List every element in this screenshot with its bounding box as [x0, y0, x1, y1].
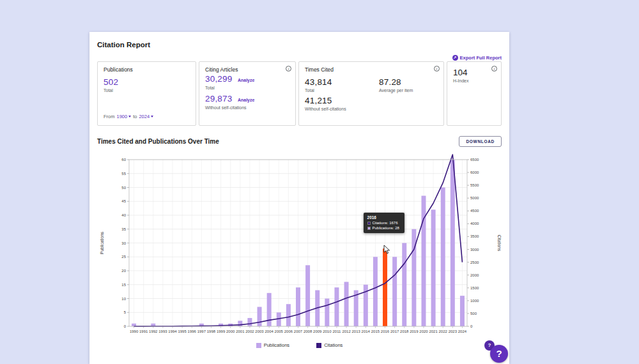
svg-text:4500: 4500 [470, 209, 479, 213]
svg-text:1992: 1992 [149, 330, 158, 333]
svg-text:2014: 2014 [362, 330, 371, 333]
times-cited-info-icon[interactable]: i [434, 66, 440, 72]
h-index-info-icon[interactable]: i [491, 66, 497, 72]
chart-title: Times Cited and Publications Over Time [97, 138, 219, 145]
svg-text:Citations: Citations [497, 235, 502, 252]
help-icon: ? [490, 345, 508, 363]
tooltip-citations-text: Citations: 1676 [373, 221, 398, 225]
chart-legend: Publications Citations [97, 342, 502, 348]
cursor-icon [383, 245, 391, 254]
to-year-value: 2024 [139, 114, 150, 119]
svg-text:6000: 6000 [470, 171, 479, 174]
svg-text:45: 45 [121, 199, 126, 203]
citing-articles-total-label: Total [205, 86, 289, 90]
svg-text:Publications: Publications [100, 231, 104, 254]
svg-text:2006: 2006 [284, 330, 293, 333]
svg-text:2002: 2002 [245, 330, 254, 333]
svg-text:1991: 1991 [139, 330, 148, 333]
svg-text:15: 15 [121, 283, 126, 287]
export-icon: ↗ [452, 55, 458, 61]
svg-text:2016: 2016 [381, 330, 390, 333]
chart[interactable]: 1990199119921993199419951996199719981999… [97, 152, 502, 340]
svg-text:3000: 3000 [470, 248, 479, 252]
h-index-value: 104 [453, 68, 495, 77]
citing-articles-without-value[interactable]: 29,873 [205, 94, 233, 103]
svg-text:2019: 2019 [410, 330, 419, 333]
svg-text:5000: 5000 [470, 196, 479, 200]
times-cited-without-label: Without self-citations [305, 107, 438, 111]
download-button[interactable]: DOWNLOAD [459, 136, 502, 147]
chevron-down-icon [128, 116, 131, 118]
citing-articles-total-value[interactable]: 30,299 [205, 74, 233, 84]
svg-text:1500: 1500 [470, 286, 479, 290]
h-index-label: H-Index [453, 79, 495, 83]
svg-text:2500: 2500 [470, 261, 479, 264]
citing-articles-label: Citing Articles [205, 66, 289, 73]
svg-text:2004: 2004 [265, 330, 273, 333]
citations-swatch [367, 222, 371, 225]
citing-articles-card: i Citing Articles 30,299 Analyze Total 2… [199, 61, 296, 126]
citing-articles-total-analyze-link[interactable]: Analyze [238, 78, 254, 82]
svg-text:20: 20 [121, 269, 126, 273]
tooltip-publications-text: Publications: 28 [373, 226, 399, 230]
svg-text:2000: 2000 [226, 330, 235, 333]
svg-text:1993: 1993 [158, 330, 167, 333]
times-cited-total-value: 43,814 [305, 77, 379, 87]
citing-articles-without-analyze-link[interactable]: Analyze [238, 98, 254, 102]
legend-label-citations: Citations [324, 342, 343, 348]
svg-text:2000: 2000 [470, 273, 479, 277]
svg-text:3500: 3500 [470, 234, 479, 238]
svg-text:0: 0 [124, 324, 127, 328]
chevron-down-icon [151, 116, 153, 118]
export-label: Export Full Report [460, 55, 502, 61]
svg-text:1998: 1998 [207, 330, 216, 333]
svg-text:2008: 2008 [304, 330, 312, 333]
chart-tooltip: 2016 Citations: 1676 Publications: 28 [364, 213, 404, 233]
legend-swatch-publications [256, 343, 261, 348]
citing-articles-info-icon[interactable]: i [286, 66, 291, 72]
svg-text:2013: 2013 [352, 330, 361, 333]
svg-text:2001: 2001 [236, 330, 245, 333]
page-title: Citation Report [97, 41, 502, 49]
chart-header: Times Cited and Publications Over Time D… [97, 136, 502, 147]
svg-text:10: 10 [121, 297, 126, 301]
times-cited-card: i Times Cited 43,814 Total 87.28 Average… [298, 61, 444, 126]
svg-text:55: 55 [121, 172, 126, 176]
svg-text:5500: 5500 [470, 183, 479, 187]
from-year-dropdown[interactable]: 1900 [117, 114, 132, 119]
svg-text:40: 40 [121, 213, 126, 217]
export-row: ↗ Export Full Report [97, 50, 502, 57]
svg-text:1997: 1997 [197, 330, 206, 333]
publications-date-range: From 1900 to 2024 [104, 114, 153, 119]
publications-total-value[interactable]: 502 [104, 77, 190, 87]
h-index-card: i 104 H-Index [447, 61, 502, 126]
legend-label-publications: Publications [264, 342, 289, 348]
to-label: to [133, 114, 137, 119]
to-year-dropdown[interactable]: 2024 [139, 114, 153, 119]
svg-text:0: 0 [470, 324, 473, 328]
export-full-report-button[interactable]: ↗ Export Full Report [452, 55, 502, 61]
citation-report-card: Citation Report ↗ Export Full Report Pub… [89, 32, 509, 364]
svg-text:1996: 1996 [188, 330, 197, 333]
from-label: From [104, 114, 115, 119]
average-per-item-value: 87.28 [379, 77, 438, 87]
tooltip-year: 2016 [367, 215, 401, 220]
legend-swatch-citations [316, 343, 321, 348]
svg-text:2007: 2007 [294, 330, 303, 333]
svg-text:1000: 1000 [470, 299, 479, 303]
svg-text:30: 30 [121, 241, 126, 245]
times-cited-without-value: 41,215 [305, 96, 438, 105]
svg-text:2015: 2015 [371, 330, 380, 333]
svg-text:1990: 1990 [130, 330, 139, 333]
svg-text:2010: 2010 [323, 330, 332, 333]
svg-text:2009: 2009 [313, 330, 322, 333]
help-button[interactable]: ? ? [484, 340, 509, 363]
stats-row: Publications 502 Total From 1900 to 2024 [97, 61, 502, 126]
svg-text:2024: 2024 [458, 330, 467, 333]
publications-label: Publications [104, 66, 190, 73]
svg-text:2017: 2017 [390, 330, 399, 333]
svg-text:25: 25 [121, 255, 126, 259]
publications-total-label: Total [104, 88, 190, 93]
chart-canvas[interactable]: 1990199119921993199419951996199719981999… [97, 152, 502, 340]
svg-text:1999: 1999 [217, 330, 226, 333]
